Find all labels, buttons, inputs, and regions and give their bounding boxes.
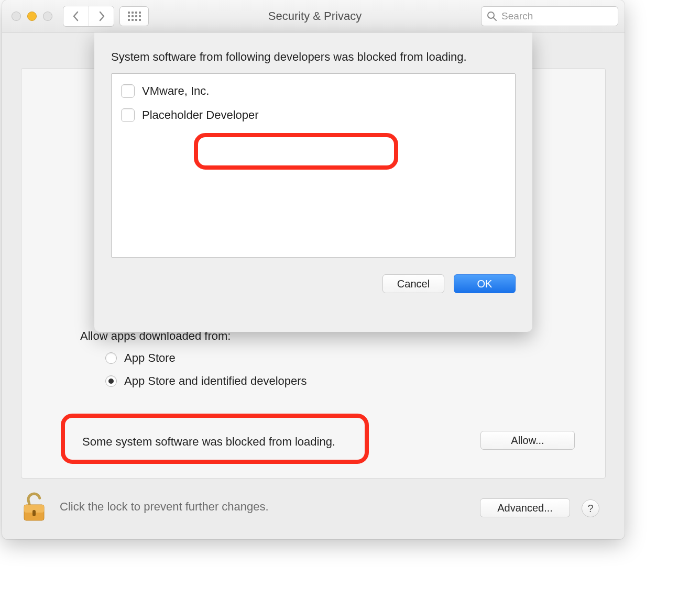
developer-name: Placeholder Developer [142, 108, 259, 122]
svg-point-0 [488, 12, 494, 18]
ok-button[interactable]: OK [454, 274, 516, 293]
developer-list: VMware, Inc. Placeholder Developer [111, 73, 516, 258]
svg-rect-4 [32, 510, 36, 516]
grid-icon [128, 12, 141, 21]
titlebar: Security & Privacy [2, 0, 625, 32]
lock-text: Click the lock to prevent further change… [60, 500, 269, 514]
nav-group [63, 6, 114, 27]
radio-app-store[interactable]: App Store [105, 351, 307, 365]
chevron-right-icon [98, 11, 105, 21]
blocked-software-message: Some system software was blocked from lo… [82, 435, 335, 449]
checkbox-icon[interactable] [121, 84, 135, 98]
developer-row[interactable]: VMware, Inc. [112, 79, 515, 103]
minimize-window-icon[interactable] [27, 12, 37, 21]
blocked-developers-sheet: System software from following developer… [94, 32, 532, 332]
radio-icon [105, 375, 117, 387]
radio-app-store-identified[interactable]: App Store and identified developers [105, 374, 307, 388]
window-controls [12, 12, 52, 21]
developer-row[interactable]: Placeholder Developer [112, 103, 515, 127]
developer-name: VMware, Inc. [142, 84, 209, 98]
advanced-button[interactable]: Advanced... [480, 498, 570, 517]
search-field[interactable] [481, 6, 618, 26]
back-button[interactable] [63, 6, 89, 26]
forward-button[interactable] [89, 6, 114, 26]
radio-icon [105, 352, 117, 364]
close-window-icon[interactable] [12, 12, 21, 21]
help-button[interactable]: ? [582, 499, 599, 517]
window-title: Security & Privacy [154, 9, 476, 23]
sheet-buttons: Cancel OK [111, 274, 516, 293]
search-input[interactable] [501, 10, 612, 22]
search-icon [487, 11, 497, 21]
show-all-button[interactable] [119, 6, 149, 26]
unlock-icon[interactable] [21, 491, 47, 523]
svg-line-1 [494, 18, 496, 20]
maximize-window-icon[interactable] [43, 12, 52, 21]
radio-label: App Store and identified developers [124, 374, 307, 388]
preferences-window: Security & Privacy A Allow apps download… [2, 0, 625, 539]
chevron-left-icon [72, 11, 80, 21]
sheet-heading: System software from following developer… [111, 50, 516, 64]
allow-apps-radio-group: App Store App Store and identified devel… [105, 351, 307, 397]
radio-label: App Store [124, 351, 176, 365]
lock-row: Click the lock to prevent further change… [21, 491, 269, 523]
checkbox-icon[interactable] [121, 108, 135, 122]
allow-button[interactable]: Allow... [480, 431, 575, 450]
cancel-button[interactable]: Cancel [382, 274, 444, 293]
